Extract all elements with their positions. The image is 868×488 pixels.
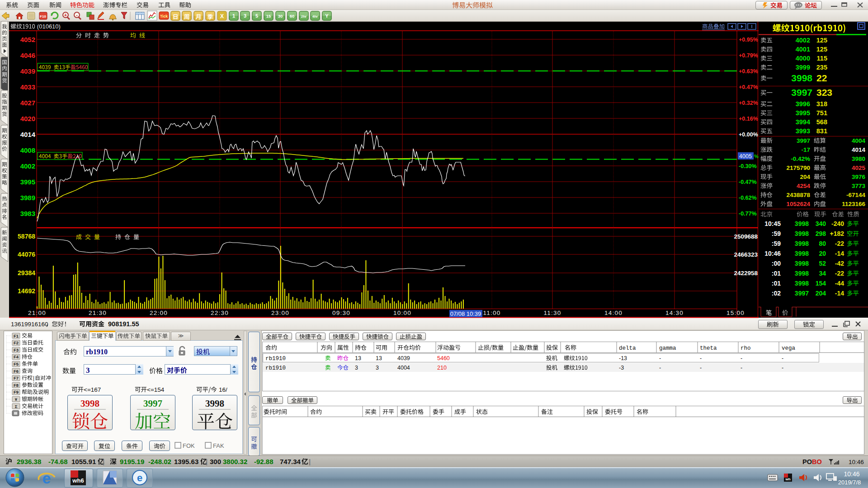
svg-text:4014: 4014 <box>20 131 36 138</box>
svg-text:F1: F1 <box>14 333 19 338</box>
svg-text:F5: F5 <box>14 361 19 366</box>
svg-text:-: - <box>782 365 783 371</box>
svg-text:568: 568 <box>816 118 827 126</box>
svg-text:3998: 3998 <box>795 250 809 257</box>
svg-text:rb1910: rb1910 <box>265 365 286 371</box>
svg-text:-: - <box>700 355 702 361</box>
svg-text:09:30: 09:30 <box>332 310 350 316</box>
svg-text:3: 3 <box>376 365 379 371</box>
svg-text:831: 831 <box>816 127 827 135</box>
svg-text:-0.42%: -0.42% <box>791 155 810 162</box>
svg-text:3998: 3998 <box>205 398 224 409</box>
svg-text:FAK: FAK <box>213 442 224 449</box>
svg-text:2019/7/8: 2019/7/8 <box>838 479 861 486</box>
svg-text:+0.63%: +0.63% <box>739 68 758 75</box>
svg-text:+: + <box>64 12 67 18</box>
svg-text::02: :02 <box>772 290 781 297</box>
svg-text:154: 154 <box>816 280 826 287</box>
svg-text:3980: 3980 <box>852 155 865 162</box>
svg-text:4004: 4004 <box>397 365 410 371</box>
svg-text:34: 34 <box>819 270 826 277</box>
svg-text:rb1910: rb1910 <box>86 348 108 356</box>
svg-text:4020: 4020 <box>20 115 35 122</box>
svg-text:4027: 4027 <box>20 99 35 107</box>
svg-text:4052: 4052 <box>20 36 35 43</box>
svg-text:3998: 3998 <box>795 230 809 237</box>
svg-text:-: - <box>741 365 742 371</box>
svg-text:Σ: Σ <box>15 404 18 409</box>
svg-text:22:00: 22:00 <box>150 310 168 316</box>
svg-text:<=154: <=154 <box>147 386 165 393</box>
svg-text:4039: 4039 <box>397 355 410 361</box>
svg-text:wh: wh <box>785 477 790 481</box>
svg-text:F6: F6 <box>14 369 19 374</box>
svg-text:F10: F10 <box>40 14 46 19</box>
svg-text:11:30: 11:30 <box>544 310 561 316</box>
svg-text:210: 210 <box>437 365 447 371</box>
svg-text:theta: theta <box>700 345 717 352</box>
svg-text:125: 125 <box>816 46 827 53</box>
svg-text:4039: 4039 <box>20 67 35 75</box>
svg-text:-44: -44 <box>835 280 844 287</box>
svg-text:-42: -42 <box>835 260 844 267</box>
svg-text:delta: delta <box>619 345 636 352</box>
svg-text:14:30: 14:30 <box>665 310 684 316</box>
svg-text:4005: 4005 <box>739 153 752 160</box>
svg-text:60: 60 <box>290 14 295 19</box>
svg-text:3994: 3994 <box>796 118 810 126</box>
svg-text:3993: 3993 <box>796 127 810 135</box>
svg-text:4hr: 4hr <box>312 14 318 19</box>
svg-text:13619916160: 13619916160 <box>11 321 48 328</box>
svg-text:X: X <box>220 13 224 19</box>
svg-text:204: 204 <box>800 174 810 180</box>
svg-text:+0.16%: +0.16% <box>739 116 758 122</box>
svg-text:+182: +182 <box>830 230 844 237</box>
svg-text:3998: 3998 <box>795 240 809 247</box>
svg-text:11:00: 11:00 <box>483 310 501 316</box>
svg-text:4254: 4254 <box>797 183 811 189</box>
svg-text:3998: 3998 <box>795 270 809 277</box>
svg-text:44076: 44076 <box>18 251 35 258</box>
svg-text:-13: -13 <box>619 355 627 361</box>
svg-text:-74.68: -74.68 <box>48 458 68 465</box>
svg-text:2hr: 2hr <box>301 14 307 19</box>
svg-text:-: - <box>76 12 78 18</box>
svg-text:-: - <box>659 365 661 371</box>
svg-text:4002: 4002 <box>20 162 35 170</box>
svg-text:3: 3 <box>86 366 90 375</box>
svg-text:2509688: 2509688 <box>734 233 758 240</box>
svg-text:BO: BO <box>812 458 822 465</box>
svg-text:4008: 4008 <box>20 146 35 154</box>
svg-text:-248.02: -248.02 <box>148 458 171 465</box>
svg-text::01: :01 <box>772 270 781 277</box>
svg-text:4033: 4033 <box>20 83 35 91</box>
svg-text:-22: -22 <box>835 270 844 277</box>
svg-text:3800.32: 3800.32 <box>223 458 247 465</box>
svg-text:2422958: 2422958 <box>734 270 758 277</box>
svg-text:204: 204 <box>816 290 826 297</box>
svg-text:2466323: 2466323 <box>734 251 758 258</box>
svg-text:10:45: 10:45 <box>764 220 781 227</box>
svg-text:-: - <box>659 355 661 361</box>
svg-text:3998: 3998 <box>795 220 809 227</box>
svg-text:3983: 3983 <box>20 210 35 217</box>
svg-text:3998: 3998 <box>795 280 809 287</box>
svg-text:21:00: 21:00 <box>28 310 46 316</box>
svg-text::59: :59 <box>772 240 781 247</box>
svg-text:¥: ¥ <box>15 397 18 402</box>
svg-text:+0.47%: +0.47% <box>739 84 758 90</box>
svg-text:|: | <box>33 375 34 381</box>
svg-text:3773: 3773 <box>852 183 866 189</box>
svg-text:16/: 16/ <box>219 386 227 393</box>
svg-text:2438878: 2438878 <box>786 192 810 198</box>
svg-text::00: :00 <box>772 260 781 267</box>
svg-text::59: :59 <box>772 230 781 237</box>
svg-text:13: 13 <box>355 355 361 361</box>
svg-text:3998: 3998 <box>795 260 809 267</box>
svg-text:4014: 4014 <box>852 146 866 153</box>
svg-text:29384: 29384 <box>18 269 35 277</box>
svg-text:-0.62%: -0.62% <box>739 195 757 201</box>
svg-text:F8: F8 <box>14 383 19 388</box>
svg-text:908191.55: 908191.55 <box>108 320 139 328</box>
svg-text:4004: 4004 <box>852 137 866 144</box>
